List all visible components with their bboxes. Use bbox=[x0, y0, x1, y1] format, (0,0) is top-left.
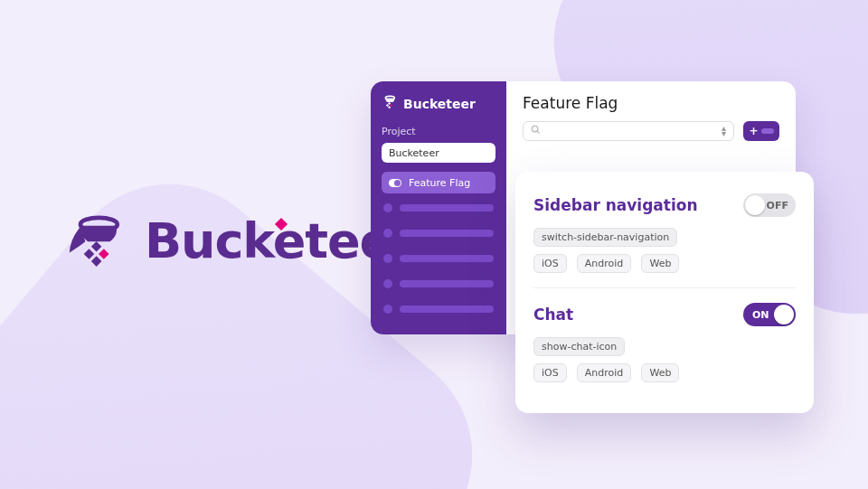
svg-line-11 bbox=[537, 131, 540, 134]
sidebar-item-placeholder[interactable] bbox=[382, 199, 495, 217]
svg-rect-3 bbox=[99, 249, 109, 259]
svg-rect-4 bbox=[91, 256, 102, 267]
sidebar-item-placeholder[interactable] bbox=[382, 300, 495, 318]
sidebar: Bucketeer Project Bucketeer Feature Flag bbox=[371, 81, 506, 334]
sidebar-brand: Bucketeer bbox=[382, 94, 495, 113]
svg-rect-8 bbox=[390, 104, 392, 107]
bucket-icon bbox=[67, 210, 128, 271]
project-select-value: Bucketeer bbox=[389, 147, 439, 159]
platform-pill: Android bbox=[577, 363, 632, 382]
search-input[interactable]: ▴▾ bbox=[523, 121, 734, 141]
svg-rect-1 bbox=[91, 241, 102, 252]
svg-rect-9 bbox=[388, 106, 391, 108]
sidebar-item-placeholder[interactable] bbox=[382, 224, 495, 242]
sidebar-item-feature-flag[interactable]: Feature Flag bbox=[382, 172, 495, 193]
feature-toggle[interactable]: ON bbox=[743, 303, 796, 326]
plus-icon: + bbox=[749, 126, 758, 136]
feature-list-card: Sidebar navigation OFF switch-sidebar-na… bbox=[515, 172, 814, 413]
project-select[interactable]: Bucketeer bbox=[382, 143, 495, 163]
svg-rect-6 bbox=[388, 102, 391, 105]
feature-key-pill: switch-sidebar-navigation bbox=[533, 228, 677, 247]
platform-pill: Web bbox=[641, 254, 679, 273]
svg-rect-2 bbox=[84, 249, 95, 259]
toggle-label: ON bbox=[752, 309, 769, 321]
add-button[interactable]: + bbox=[743, 121, 779, 141]
sort-stepper-icon[interactable]: ▴▾ bbox=[722, 126, 726, 136]
sidebar-section-label: Project bbox=[382, 126, 495, 137]
toggle-knob-icon bbox=[774, 305, 794, 324]
search-icon bbox=[531, 125, 541, 137]
platform-pill: iOS bbox=[533, 363, 567, 382]
bucket-icon bbox=[382, 94, 398, 113]
feature-toggle[interactable]: OFF bbox=[743, 193, 796, 217]
platform-pill: Android bbox=[577, 254, 632, 273]
sidebar-item-placeholder[interactable] bbox=[382, 249, 495, 268]
svg-point-10 bbox=[532, 126, 537, 131]
platform-pill: iOS bbox=[533, 254, 567, 273]
add-button-label-stub bbox=[761, 128, 774, 134]
feature-title: Chat bbox=[533, 306, 573, 324]
toggle-knob-icon bbox=[745, 195, 765, 215]
feature-key-pill: show-chat-icon bbox=[533, 337, 625, 356]
svg-rect-7 bbox=[386, 104, 389, 107]
page-title: Feature Flag bbox=[523, 94, 779, 112]
platform-pill: Web bbox=[641, 363, 679, 382]
sidebar-brand-label: Bucketeer bbox=[403, 97, 476, 111]
toggle-icon bbox=[389, 179, 401, 187]
toggle-label: OFF bbox=[767, 200, 788, 212]
feature-row: Chat ON show-chat-icon iOS Android Web bbox=[533, 287, 796, 397]
feature-row: Sidebar navigation OFF switch-sidebar-na… bbox=[533, 188, 796, 287]
sidebar-item-placeholder[interactable] bbox=[382, 275, 495, 293]
feature-title: Sidebar navigation bbox=[533, 196, 698, 214]
brand-logo: Bucketeer bbox=[67, 210, 415, 271]
sidebar-item-label: Feature Flag bbox=[409, 177, 470, 189]
